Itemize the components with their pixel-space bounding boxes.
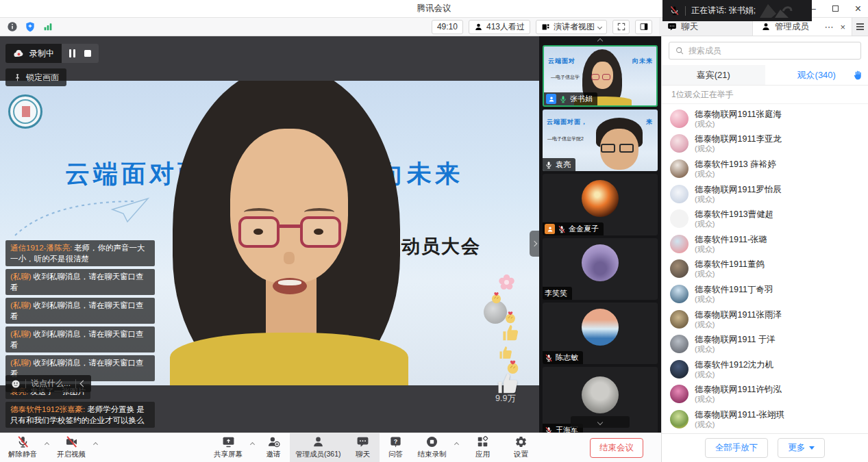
main-video-area[interactable]: 云端面对面 向未来 电子信息学 动员大会 录制中 (0, 36, 539, 433)
member-row[interactable]: 德泰物联网1911罗怡辰(观众) (662, 181, 868, 207)
fullscreen-button[interactable] (612, 20, 630, 34)
manage-members-button[interactable]: 管理成员(361) (290, 433, 347, 462)
avatar (582, 244, 619, 281)
side-panel-toggle[interactable] (635, 20, 652, 34)
end-meeting-button[interactable]: 结束会议 (590, 438, 643, 458)
unmute-button[interactable]: 解除静音 (3, 433, 42, 462)
avatar (582, 376, 619, 413)
audience-subtabs: 嘉宾(21) 观众(340) (662, 65, 868, 86)
member-row[interactable]: 德泰软件1911-张璐(观众) (662, 231, 868, 257)
mic-muted-icon (545, 354, 553, 362)
mic-options-button[interactable] (42, 433, 51, 462)
member-search-box[interactable] (669, 42, 861, 60)
invite-button[interactable]: 邀请 (257, 433, 290, 462)
member-panel-footer: 全部手放下 更多 (662, 433, 868, 462)
avatar (670, 360, 689, 378)
recording-options-button[interactable] (452, 433, 461, 462)
search-input[interactable] (689, 46, 855, 55)
share-screen-icon (222, 435, 235, 448)
member-row[interactable]: 德泰软件1913曹健超(观众) (662, 206, 868, 231)
video-tile-jinjinxiazi[interactable]: 金金夏子 (543, 174, 658, 235)
video-tile-zhangshujuan[interactable]: 云端面对 向未来 —电子信息学 张书娟 (543, 45, 658, 107)
start-video-button[interactable]: 开启视频 (51, 433, 91, 462)
lock-view-button[interactable]: 锁定画面 (5, 68, 66, 86)
thumbs-up-reaction-icon (500, 322, 521, 343)
more-button[interactable]: 更多 (778, 438, 825, 458)
cloud-recording-icon (13, 48, 25, 60)
viewer-count[interactable]: 413人看过 (469, 20, 530, 34)
camera-options-button[interactable] (91, 433, 100, 462)
emoji-icon[interactable] (11, 379, 21, 389)
raise-hand-notice[interactable]: 1位观众正在举手 (662, 86, 868, 104)
gear-icon (514, 435, 528, 448)
close-button[interactable]: × (855, 3, 861, 14)
chat-overlay: 通信1912-潘陈亮:老师，你的声音一大一小，听的不是很清楚 (私聊)收到私聊消… (5, 240, 155, 428)
tab-guests[interactable]: 嘉宾(21) (662, 65, 765, 85)
video-thumbnail-strip: 云端面对 向未来 —电子信息学 张书娟 云端面对面， 来 —电子信息学院2 (539, 36, 661, 433)
apps-button[interactable]: 应用 (467, 433, 499, 462)
top-toolbar: 49:10 413人看过 演讲者视图 (0, 18, 659, 36)
maximize-button[interactable] (832, 5, 839, 12)
video-tile-chenzhimin[interactable]: 陈志敏 (543, 303, 658, 364)
panel-menu-button[interactable] (852, 18, 868, 36)
side-panel-icon (639, 22, 649, 31)
camera-muted-icon (65, 435, 78, 448)
person-icon (761, 22, 771, 31)
member-row[interactable]: 德泰物联网1911 于洋(观众) (662, 331, 868, 357)
avatar (670, 335, 689, 353)
network-signal-icon[interactable] (42, 21, 53, 32)
finger-heart-reaction-icon (489, 290, 504, 305)
avatar (670, 285, 689, 303)
share-options-button[interactable] (248, 433, 257, 462)
quick-chat-placeholder[interactable]: 说点什么... (31, 378, 71, 389)
chat-message: (私聊)收到私聊消息，请在聊天窗口查看 (5, 326, 155, 352)
stop-recording-button[interactable]: 结束录制 (412, 433, 452, 462)
avatar (582, 180, 619, 217)
person-icon (312, 435, 325, 448)
meeting-timer: 49:10 (432, 20, 463, 34)
stop-recording-button[interactable] (84, 50, 91, 57)
banner-subtitle-right: 动员大会 (401, 234, 481, 259)
pause-recording-button[interactable] (69, 49, 75, 57)
member-row[interactable]: 德泰软件1911董鸽(观众) (662, 257, 868, 282)
member-row[interactable]: 德泰软件1912沈力机(观众) (662, 357, 868, 382)
panel-close-button[interactable]: × (840, 22, 845, 32)
collapse-left-icon[interactable] (80, 381, 87, 387)
recording-badge: 录制中 (5, 44, 99, 63)
avatar (670, 385, 689, 403)
host-badge-icon (546, 94, 556, 104)
member-row[interactable]: 德泰软件1913 薛裕婷(观众) (662, 156, 868, 181)
scroll-down-button[interactable] (571, 416, 630, 428)
shield-icon[interactable] (25, 21, 36, 32)
raised-hand-icon[interactable] (852, 70, 863, 81)
member-row[interactable]: 德泰物联网1911张庭海(观众) (662, 106, 868, 131)
settings-button[interactable]: 设置 (505, 433, 538, 462)
member-row[interactable]: 德泰物联网1911张雨泽(观众) (662, 307, 868, 332)
member-row[interactable]: 德泰物联网1911-张翊琪(观众) (662, 407, 868, 432)
lower-all-hands-button[interactable]: 全部手放下 (705, 438, 769, 458)
chat-bubble-icon (356, 435, 369, 448)
video-tile-lixiaoxiao[interactable]: 李笑笑 (543, 238, 658, 300)
collapse-thumbnails-button[interactable] (530, 231, 539, 257)
recording-status: 录制中 (29, 48, 54, 60)
member-row[interactable]: 德泰物联网1911许钧泓(观众) (662, 382, 868, 407)
qa-button[interactable]: 问答 (380, 433, 412, 462)
member-row[interactable]: 德泰软件1911丁奇羽(观众) (662, 281, 868, 307)
member-row[interactable]: 德泰物联网1911李亚龙(观众) (662, 131, 868, 157)
info-icon[interactable] (7, 21, 18, 32)
quick-chat-bar[interactable]: 说点什么... (5, 375, 91, 392)
avatar (670, 185, 689, 203)
member-list[interactable]: 德泰物联网1911张庭海(观众) 德泰物联网1911李亚龙(观众) 德泰软件19… (662, 104, 868, 433)
chat-message: 通信1912-潘陈亮:老师，你的声音一大一小，听的不是很清楚 (5, 240, 155, 266)
chat-button[interactable]: 聊天 (347, 433, 380, 462)
bottom-toolbar: 解除静音 开启视频 共享屏幕 邀请 管理成员(361) (0, 433, 661, 462)
view-mode-selector[interactable]: 演讲者视图 (536, 20, 607, 34)
share-screen-button[interactable]: 共享屏幕 (208, 433, 248, 462)
tile-name-chip: 陈志敏 (543, 351, 583, 364)
video-tile-yuanliang[interactable]: 云端面对面， 来 —电子信息学院2 袁亮 (543, 110, 658, 171)
panel-more-button[interactable]: ⋯ (824, 22, 833, 32)
fullscreen-icon (617, 22, 626, 31)
scroll-up-button[interactable] (539, 36, 661, 45)
flower-reaction-icon (497, 273, 516, 292)
mic-muted-icon (16, 435, 29, 448)
